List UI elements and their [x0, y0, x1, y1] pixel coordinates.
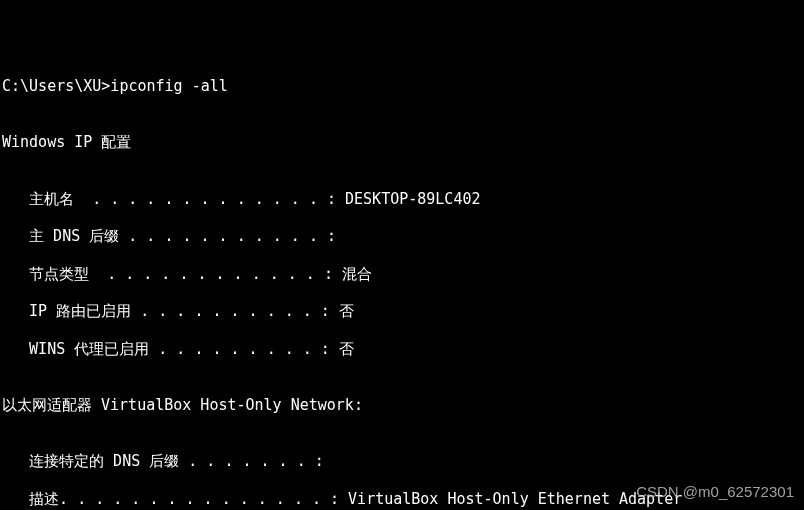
field-primary-dns-suffix: 主 DNS 后缀 . . . . . . . . . . . :: [2, 227, 804, 246]
field-connection-dns-suffix: 连接特定的 DNS 后缀 . . . . . . . :: [2, 452, 804, 471]
field-wins-proxy: WINS 代理已启用 . . . . . . . . . : 否: [2, 340, 804, 359]
field-node-type: 节点类型 . . . . . . . . . . . . : 混合: [2, 265, 804, 284]
watermark-text: CSDN @m0_62572301: [636, 483, 794, 502]
prompt-line: C:\Users\XU>ipconfig -all: [2, 77, 804, 96]
adapter-header: 以太网适配器 VirtualBox Host-Only Network:: [2, 396, 804, 415]
field-ip-routing: IP 路由已启用 . . . . . . . . . . : 否: [2, 302, 804, 321]
section-header-ipconfig: Windows IP 配置: [2, 133, 804, 152]
field-hostname: 主机名 . . . . . . . . . . . . . : DESKTOP-…: [2, 190, 804, 209]
